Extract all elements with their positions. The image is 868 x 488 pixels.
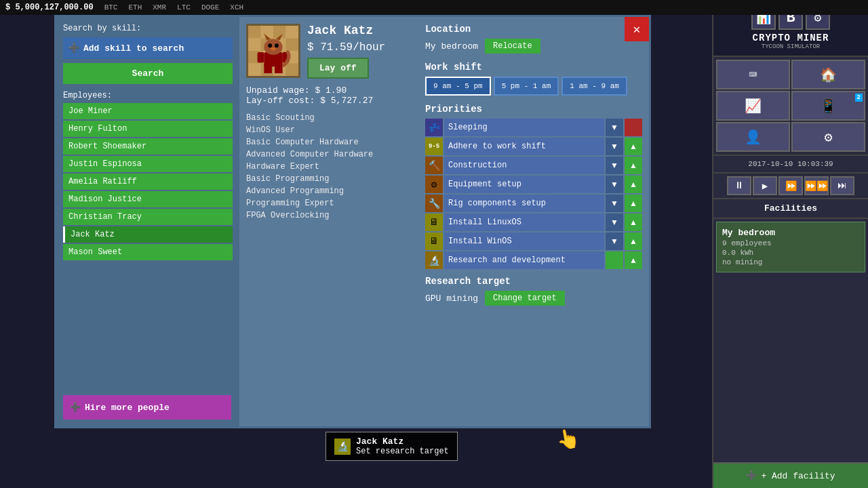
svg-rect-5 [248, 39, 261, 52]
crypto-ltc: LTC [177, 3, 191, 12]
facility-mining: no mining [722, 258, 859, 266]
construction-up-btn[interactable]: ▲ [625, 157, 642, 174]
svg-point-25 [268, 43, 272, 47]
priority-equipment: ⚙ Equipment setup ▼ ▲ [425, 176, 642, 193]
svg-rect-8 [286, 39, 299, 52]
svg-point-27 [271, 47, 276, 50]
play-btn[interactable]: ▶ [753, 176, 777, 195]
shift-evening-button[interactable]: 5 pm - 1 am [494, 77, 559, 96]
employee-item[interactable]: Justin Espinosa [63, 156, 233, 172]
employee-item[interactable]: Henry Fulton [63, 121, 233, 137]
rig-down-btn[interactable]: ▼ [606, 195, 623, 212]
fastest-btn[interactable]: ⏭ [830, 176, 854, 195]
location-text: My bedroom [425, 41, 478, 52]
playback-controls: ⏸ ▶ ⏩ ⏩⏩ ⏭ [713, 174, 868, 199]
employee-item[interactable]: Mason Sweet [63, 244, 233, 260]
house-icon-btn[interactable]: 🏠 [791, 60, 865, 89]
research-target-text: GPU mining [425, 293, 478, 304]
svg-rect-13 [248, 64, 261, 77]
shift-night-button[interactable]: 1 am - 9 am [561, 77, 627, 96]
rig-up-btn[interactable]: ▲ [625, 195, 642, 212]
svg-rect-4 [286, 26, 299, 39]
employee-item-selected[interactable]: Jack Katz [63, 226, 233, 243]
facility-employees: 9 employees [722, 239, 859, 247]
pause-btn[interactable]: ⏸ [727, 176, 751, 195]
research-icon: 🔬 [425, 251, 443, 269]
chart-icon-btn[interactable]: 📈 [716, 91, 790, 121]
hire-more-button[interactable]: ➕ Hire more people [63, 395, 231, 420]
keyboard-icon-btn[interactable]: ⌨ [716, 60, 790, 89]
crypto-doge: DOGE [201, 3, 219, 12]
sleep-icon: 💤 [425, 119, 443, 136]
top-bar: $ 5,000,127,000.00 BTC ETH XMR LTC DOGE … [0, 0, 868, 15]
equipment-icon: ⚙ [425, 176, 443, 193]
svg-point-22 [264, 39, 282, 54]
search-label: Search by skill: [63, 24, 233, 33]
change-target-button[interactable]: Change target [485, 291, 565, 306]
svg-rect-20 [264, 64, 272, 73]
sleeping-down-btn[interactable]: ▼ [606, 119, 623, 136]
construction-down-btn[interactable]: ▼ [606, 157, 623, 174]
fast-btn[interactable]: ⏩ [778, 176, 803, 195]
tooltip-content: Jack Katz Set research target [356, 436, 449, 456]
svg-rect-21 [275, 64, 283, 73]
winos-icon: 🖥 [425, 232, 443, 250]
phone-icon-btn[interactable]: 📱2 [791, 91, 865, 121]
add-skill-button[interactable]: ➕ Add skill to search [63, 37, 233, 59]
work-shift-down-btn[interactable]: ▼ [606, 138, 623, 155]
settings-icon-btn[interactable]: ⚙ [791, 122, 865, 152]
work-shift-up-btn[interactable]: ▲ [625, 138, 642, 155]
facility-name: My bedroom [722, 228, 859, 238]
equipment-label: Equipment setup [444, 176, 604, 193]
svg-rect-16 [286, 64, 299, 77]
winos-label: Install WinOS [444, 232, 604, 250]
equipment-up-btn[interactable]: ▲ [625, 176, 642, 193]
plus-icon: ➕ [70, 402, 81, 413]
equipment-down-btn[interactable]: ▼ [606, 176, 623, 193]
search-button[interactable]: Search [63, 63, 233, 84]
employee-item[interactable]: Christian Tracy [63, 209, 233, 225]
priority-construction: 🔨 Construction ▼ ▲ [425, 157, 642, 174]
sidebar-icon-grid: ⌨ 🏠 📈 📱2 👤 ⚙ [713, 57, 868, 156]
linux-down-btn[interactable]: ▼ [606, 214, 623, 231]
employee-info: Jack Katz $ 71.59/hour Lay off [307, 24, 385, 79]
relocate-button[interactable]: Relocate [485, 39, 540, 54]
linux-up-btn[interactable]: ▲ [625, 214, 642, 231]
lay-off-button[interactable]: Lay off [307, 58, 369, 79]
priorities-list: 💤 Sleeping ▼ 9-5 Adhere to work shift ▼ … [425, 119, 642, 269]
priority-winos: 🖥 Install WinOS ▼ ▲ [425, 232, 642, 250]
employee-item[interactable]: Joe Miner [63, 103, 233, 119]
location-title: Location [425, 24, 642, 35]
employee-list: Joe Miner Henry Fulton Robert Shoemaker … [63, 103, 233, 260]
faster-btn[interactable]: ⏩⏩ [804, 176, 829, 195]
tooltip-name: Jack Katz [356, 436, 449, 447]
priority-research: 🔬 Research and development ▲ [425, 251, 642, 269]
shift-morning-button[interactable]: 9 am - 5 pm [425, 77, 491, 96]
add-facility-button[interactable]: ➕ + Add facility [713, 462, 868, 488]
priority-linux: 🖥 Install LinuxOS ▼ ▲ [425, 214, 642, 231]
logo-title: CRYPTO MINER [719, 33, 863, 43]
mouse-cursor: 👆 [554, 426, 581, 453]
employee-item[interactable]: Robert Shoemaker [63, 138, 233, 155]
winos-down-btn[interactable]: ▼ [606, 232, 623, 250]
employee-item[interactable]: Madison Justice [63, 191, 233, 207]
rig-label: Rig components setup [444, 195, 604, 212]
plus-icon: ➕ [746, 470, 757, 481]
research-target-row: GPU mining Change target [425, 291, 642, 306]
research-green-bar [606, 251, 623, 269]
employee-name: Jack Katz [307, 24, 385, 37]
sleeping-label: Sleeping [444, 119, 604, 136]
facility-card: My bedroom 9 employees 0.0 kWh no mining [716, 222, 865, 272]
winos-up-btn[interactable]: ▲ [625, 232, 642, 250]
tooltip: 🔬 Jack Katz Set research target [326, 432, 458, 461]
crypto-btc: BTC [104, 3, 118, 12]
location-row: My bedroom Relocate [425, 39, 642, 54]
work-shift-title: Work shift [425, 62, 642, 73]
person-icon-btn[interactable]: 👤 [716, 122, 790, 152]
left-panel: Search by skill: ➕ Add skill to search S… [56, 17, 239, 426]
employees-label: Employees: [63, 91, 233, 100]
right-sidebar: 📊 B ⚙ CRYPTO MINER TYCOON SIMULATOR ⌨ 🏠 … [712, 0, 868, 488]
linux-icon: 🖥 [425, 214, 443, 231]
employee-item[interactable]: Amelia Ratliff [63, 174, 233, 190]
research-up-btn[interactable]: ▲ [625, 251, 642, 269]
